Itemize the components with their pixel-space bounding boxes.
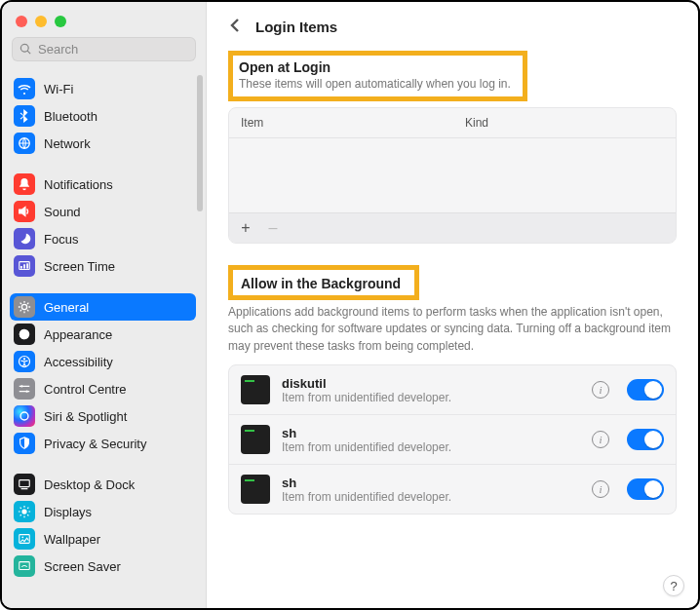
table-footer: + – <box>229 212 676 243</box>
sidebar-item-general[interactable]: General <box>10 293 196 321</box>
main-content: Login Items Open at Login These items wi… <box>207 2 698 608</box>
back-button[interactable] <box>228 18 244 36</box>
open-at-login-subtitle: These items will open automatically when… <box>239 77 511 91</box>
sidebar-item-bluetooth[interactable]: Bluetooth <box>10 102 196 130</box>
window-controls <box>2 2 206 37</box>
sidebar-item-wallpaper[interactable]: Wallpaper <box>10 525 196 553</box>
sidebar-item-label: Bluetooth <box>44 109 97 124</box>
network-icon <box>14 133 35 154</box>
background-item: shItem from unidentified developer.i <box>229 464 676 514</box>
sidebar-item-focus[interactable]: Focus <box>10 225 196 252</box>
svg-point-8 <box>23 358 25 360</box>
displays-icon <box>14 501 35 522</box>
close-window-button[interactable] <box>16 16 27 27</box>
desktop-dock-icon <box>14 474 35 495</box>
table-header: Item Kind <box>229 108 676 138</box>
sidebar-item-label: Screen Time <box>44 259 115 274</box>
sidebar-item-label: Wi-Fi <box>44 82 73 96</box>
sidebar-item-control-centre[interactable]: Control Centre <box>10 375 196 402</box>
page-title: Login Items <box>255 19 337 35</box>
open-at-login-highlight: Open at Login These items will open auto… <box>228 51 527 101</box>
system-settings-window: Search Wi-FiBluetoothNetworkNotification… <box>0 0 700 610</box>
notifications-icon <box>14 173 35 195</box>
bg-item-sub: Item from unidentified developer. <box>282 490 580 504</box>
col-item: Item <box>241 116 465 130</box>
info-button[interactable]: i <box>592 480 609 498</box>
sidebar-item-screen-saver[interactable]: Screen Saver <box>10 553 196 580</box>
sidebar-item-label: Displays <box>44 505 92 519</box>
sidebar-item-notifications[interactable]: Notifications <box>10 171 196 198</box>
enable-toggle[interactable] <box>627 379 664 400</box>
bg-item-sub: Item from unidentified developer. <box>282 440 580 454</box>
sidebar-item-privacy-security[interactable]: Privacy & Security <box>10 430 196 457</box>
chevron-left-icon <box>228 18 244 33</box>
sidebar-item-label: Control Centre <box>44 382 127 397</box>
enable-toggle[interactable] <box>627 429 664 450</box>
help-button[interactable]: ? <box>663 575 684 596</box>
search-input[interactable]: Search <box>12 37 196 61</box>
bg-item-sub: Item from unidentified developer. <box>282 391 580 404</box>
wifi-icon <box>14 78 35 99</box>
bluetooth-icon <box>14 105 35 127</box>
allow-background-highlight: Allow in the Background <box>228 265 419 300</box>
sidebar-item-label: Screen Saver <box>44 559 121 574</box>
svg-point-11 <box>20 412 28 420</box>
sidebar-item-label: Focus <box>44 232 78 247</box>
sidebar-item-appearance[interactable]: Appearance <box>10 321 196 348</box>
sidebar-item-label: Network <box>44 136 91 151</box>
sidebar-item-label: Wallpaper <box>44 532 100 547</box>
privacy-security-icon <box>14 433 35 454</box>
bg-item-name: diskutil <box>282 376 580 391</box>
svg-rect-12 <box>19 480 30 487</box>
allow-background-title: Allow in the Background <box>241 276 401 291</box>
col-kind: Kind <box>465 116 664 130</box>
terminal-icon <box>241 475 270 504</box>
sidebar-item-accessibility[interactable]: Accessibility <box>10 348 196 375</box>
minimize-window-button[interactable] <box>35 16 47 27</box>
sidebar-item-network[interactable]: Network <box>10 130 196 157</box>
search-icon <box>19 43 32 56</box>
sidebar-item-label: Desktop & Dock <box>44 477 135 492</box>
background-item: shItem from unidentified developer.i <box>229 414 676 464</box>
sidebar-item-label: Notifications <box>44 177 113 192</box>
scrollbar-thumb[interactable] <box>197 75 203 211</box>
enable-toggle[interactable] <box>627 478 664 500</box>
sidebar-item-wifi[interactable]: Wi-Fi <box>10 75 196 102</box>
sidebar-item-sound[interactable]: Sound <box>10 198 196 225</box>
zoom-window-button[interactable] <box>55 16 66 27</box>
sidebar-list: Wi-FiBluetoothNetworkNotificationsSoundF… <box>2 71 206 608</box>
accessibility-icon <box>14 351 35 372</box>
bg-item-name: sh <box>282 426 580 440</box>
sidebar-item-label: Accessibility <box>44 355 113 369</box>
allow-background-subtitle: Applications add background items to per… <box>228 304 677 355</box>
siri-spotlight-icon <box>14 405 35 427</box>
remove-item-button[interactable]: – <box>266 219 280 237</box>
info-button[interactable]: i <box>592 381 609 399</box>
svg-rect-3 <box>23 264 25 268</box>
svg-point-14 <box>21 509 26 514</box>
table-empty-body <box>229 138 676 212</box>
svg-rect-13 <box>21 488 28 489</box>
add-item-button[interactable]: + <box>239 219 253 237</box>
appearance-icon <box>14 324 35 345</box>
background-item: diskutilItem from unidentified developer… <box>229 365 676 414</box>
sidebar-item-displays[interactable]: Displays <box>10 498 196 525</box>
screen-time-icon <box>14 255 35 277</box>
sidebar-item-siri-spotlight[interactable]: Siri & Spotlight <box>10 402 196 430</box>
background-items-list: diskutilItem from unidentified developer… <box>228 364 677 515</box>
content-header: Login Items <box>228 2 677 51</box>
svg-rect-4 <box>26 263 28 268</box>
wallpaper-icon <box>14 528 35 550</box>
screen-saver-icon <box>14 555 35 577</box>
sidebar-item-screen-time[interactable]: Screen Time <box>10 252 196 280</box>
focus-icon <box>14 228 35 249</box>
control-centre-icon <box>14 378 35 400</box>
sidebar-item-desktop-dock[interactable]: Desktop & Dock <box>10 471 196 498</box>
sidebar-item-label: Sound <box>44 205 81 219</box>
svg-point-16 <box>21 536 23 538</box>
bg-item-name: sh <box>282 476 580 490</box>
svg-point-5 <box>21 304 26 309</box>
sidebar: Search Wi-FiBluetoothNetworkNotification… <box>2 2 207 608</box>
login-items-table: Item Kind + – <box>228 107 677 244</box>
info-button[interactable]: i <box>592 431 609 448</box>
